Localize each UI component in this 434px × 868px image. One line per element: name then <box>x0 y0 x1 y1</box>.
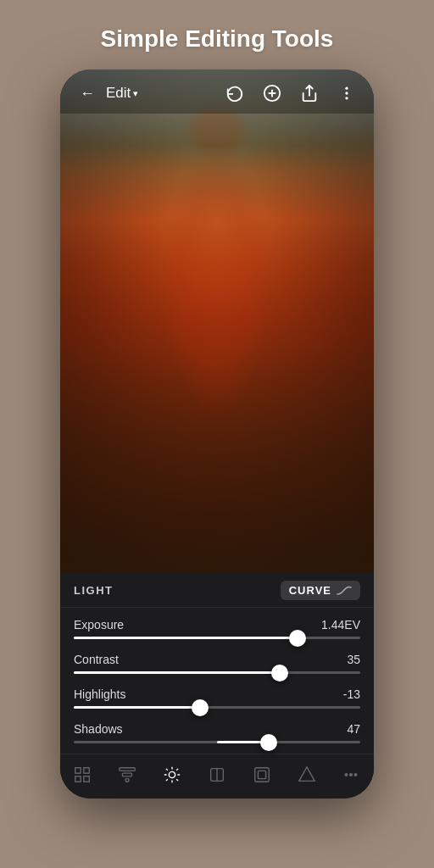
svg-line-17 <box>166 769 168 771</box>
page-title: Simple Editing Tools <box>101 25 334 53</box>
more-button[interactable] <box>335 81 359 105</box>
nav-grid-icon[interactable] <box>65 761 99 788</box>
curve-icon <box>337 586 352 596</box>
svg-point-29 <box>350 774 353 776</box>
bottom-panel: LIGHT CURVE Exposure 1.44EV <box>60 572 374 798</box>
nav-light-icon[interactable] <box>155 761 189 788</box>
svg-point-6 <box>345 97 348 99</box>
svg-point-30 <box>355 774 358 776</box>
svg-line-21 <box>166 779 168 781</box>
curve-button[interactable]: CURVE <box>281 581 360 600</box>
svg-rect-26 <box>258 771 265 778</box>
shadows-label: Shadows <box>74 722 123 736</box>
svg-point-28 <box>346 774 348 776</box>
light-curve-bar: LIGHT CURVE <box>60 572 374 608</box>
highlights-value: -13 <box>343 687 360 701</box>
dog-photo <box>60 70 374 572</box>
undo-button[interactable] <box>223 81 247 105</box>
svg-rect-10 <box>84 776 89 782</box>
svg-point-5 <box>345 92 348 94</box>
exposure-label: Exposure <box>74 618 124 632</box>
exposure-value: 1.44EV <box>321 618 360 632</box>
highlights-slider-row: Highlights -13 <box>60 681 374 715</box>
contrast-label: Contrast <box>74 653 119 666</box>
light-label: LIGHT <box>74 584 114 597</box>
nav-color-icon[interactable] <box>200 761 234 788</box>
shadows-track[interactable] <box>74 741 360 743</box>
svg-line-22 <box>176 769 178 771</box>
top-bar: ← Edit ▾ <box>60 70 374 114</box>
svg-rect-11 <box>120 768 135 771</box>
edit-label[interactable]: Edit ▾ <box>106 85 138 102</box>
contrast-value: 35 <box>347 653 360 666</box>
edit-chevron-icon: ▾ <box>133 88 138 99</box>
svg-rect-13 <box>125 779 129 782</box>
nav-detail-icon[interactable] <box>290 761 324 788</box>
sliders-area: Exposure 1.44EV Contrast 35 <box>60 608 374 754</box>
svg-rect-8 <box>84 768 89 773</box>
svg-point-4 <box>345 87 348 90</box>
nav-more-icon[interactable] <box>334 761 368 788</box>
svg-rect-9 <box>75 776 81 782</box>
add-button[interactable] <box>260 81 284 105</box>
svg-rect-7 <box>75 768 81 773</box>
svg-rect-12 <box>123 773 132 776</box>
exposure-track[interactable] <box>74 637 360 639</box>
contrast-slider-row: Contrast 35 <box>60 646 374 681</box>
bottom-nav <box>60 754 374 798</box>
phone-frame: ← Edit ▾ <box>60 70 374 798</box>
svg-rect-25 <box>255 768 270 782</box>
contrast-track[interactable] <box>74 671 360 674</box>
shadows-slider-row: Shadows 47 <box>60 715 374 750</box>
highlights-track[interactable] <box>74 706 360 709</box>
exposure-slider-row: Exposure 1.44EV <box>60 611 374 646</box>
svg-line-18 <box>176 779 178 781</box>
photo-area: ← Edit ▾ <box>60 70 374 572</box>
shadows-value: 47 <box>347 722 360 736</box>
share-button[interactable] <box>298 81 321 105</box>
nav-tune-icon[interactable] <box>110 761 144 788</box>
svg-marker-27 <box>298 767 314 782</box>
back-button[interactable]: ← <box>75 81 99 105</box>
nav-effects-icon[interactable] <box>245 761 279 788</box>
curve-label: CURVE <box>289 584 331 597</box>
svg-point-14 <box>169 771 175 777</box>
highlights-label: Highlights <box>74 687 125 701</box>
